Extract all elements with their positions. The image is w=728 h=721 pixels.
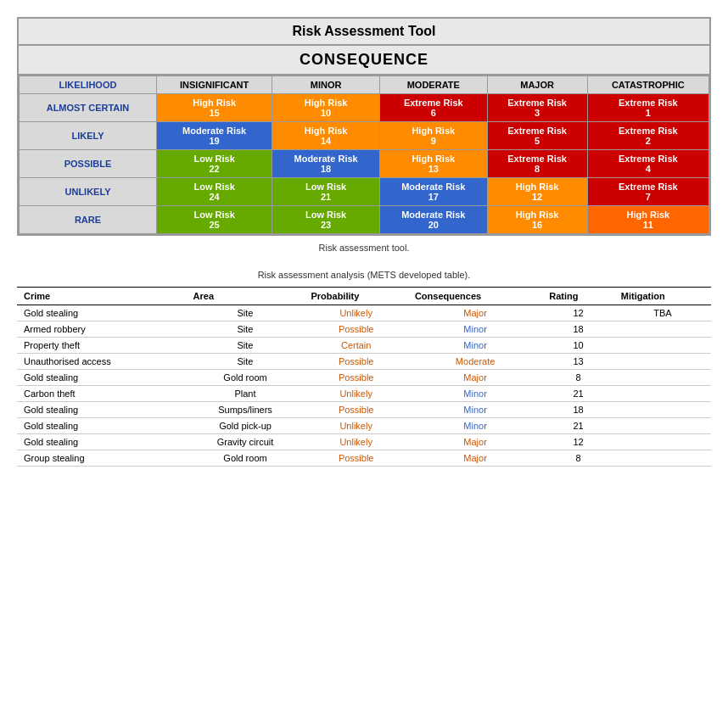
analysis-header: Rating (542, 288, 613, 305)
table-cell (614, 354, 711, 370)
risk-cell: Low Risk22 (157, 150, 272, 178)
table-cell: TBA (614, 305, 711, 321)
table-row: Armed robberySitePossibleMinor18 (17, 321, 711, 338)
table-cell (614, 450, 711, 467)
table-row: Gold stealingSumps/linersPossibleMinor18 (17, 402, 711, 418)
table-cell: Gold stealing (17, 434, 187, 450)
table-cell: Site (187, 338, 305, 354)
table-cell: Gold stealing (17, 305, 187, 321)
table-cell (614, 434, 711, 450)
table-row: Gold stealingSiteUnlikelyMajor12TBA (17, 305, 711, 321)
table-cell: Major (408, 305, 542, 321)
risk-cell: Extreme Risk6 (379, 94, 487, 122)
table-cell: Minor (408, 338, 542, 354)
rat-title: Risk Assessment Tool (19, 19, 709, 46)
risk-cell: High Risk16 (487, 206, 587, 234)
row-label: ALMOST CERTAIN (20, 94, 157, 122)
table-cell: Gold room (187, 450, 305, 467)
analysis-header: Area (187, 288, 305, 305)
risk-cell: High Risk9 (379, 122, 487, 150)
table-row: Carbon theftPlantUnlikelyMinor21 (17, 386, 711, 402)
table-cell: Sumps/liners (187, 402, 305, 418)
risk-cell: Extreme Risk4 (587, 150, 708, 178)
rat-consequence: CONSEQUENCE (19, 46, 709, 75)
row-label: POSSIBLE (20, 150, 157, 178)
table-row: Gold stealingGold pick-upUnlikelyMinor21 (17, 418, 711, 434)
col-major: MAJOR (487, 76, 587, 94)
row-label: RARE (20, 206, 157, 234)
risk-cell: High Risk10 (272, 94, 380, 122)
table-cell (614, 418, 711, 434)
table-cell: Gravity circuit (187, 434, 305, 450)
risk-cell: Low Risk23 (272, 206, 380, 234)
analysis-header: Mitigation (614, 288, 711, 305)
col-minor: MINOR (272, 76, 380, 94)
table-cell: Unlikely (304, 305, 407, 321)
table-row: Property theftSiteCertainMinor10 (17, 338, 711, 354)
table-cell: Gold stealing (17, 418, 187, 434)
table-cell: Minor (408, 402, 542, 418)
table-cell: Gold pick-up (187, 418, 305, 434)
table-row: Gold stealingGravity circuitUnlikelyMajo… (17, 434, 711, 450)
table-cell: Major (408, 434, 542, 450)
risk-cell: Extreme Risk2 (587, 122, 708, 150)
likelihood-header: LIKELIHOOD (20, 76, 157, 94)
table-cell: 18 (542, 402, 613, 418)
col-catastrophic: CATASTRO­PHIC (587, 76, 708, 94)
risk-cell: Moderate Risk18 (272, 150, 380, 178)
table-cell: 21 (542, 386, 613, 402)
risk-cell: Moderate Risk17 (379, 178, 487, 206)
table-cell: 18 (542, 321, 613, 338)
table-cell: Moderate (408, 354, 542, 370)
col-moderate: MODERATE (379, 76, 487, 94)
table-cell: Property theft (17, 338, 187, 354)
table-cell: Unlikely (304, 386, 407, 402)
analysis-caption: Risk assessment analysis (METS developed… (17, 270, 711, 280)
table-cell: Plant (187, 386, 305, 402)
table-cell (614, 370, 711, 386)
table-cell: Site (187, 321, 305, 338)
risk-cell: High Risk13 (379, 150, 487, 178)
table-cell: Certain (304, 338, 407, 354)
risk-cell: Low Risk24 (157, 178, 272, 206)
table-cell: Possible (304, 354, 407, 370)
table-cell: Gold stealing (17, 370, 187, 386)
table-row: Gold stealingGold roomPossibleMajor8 (17, 370, 711, 386)
analysis-table: CrimeAreaProbabilityConsequencesRatingMi… (17, 287, 711, 467)
table-cell: 13 (542, 354, 613, 370)
table-cell: Minor (408, 418, 542, 434)
risk-cell: Moderate Risk20 (379, 206, 487, 234)
table-cell: Major (408, 450, 542, 467)
table-cell: 21 (542, 418, 613, 434)
risk-cell: Moderate Risk19 (157, 122, 272, 150)
table-cell: Unlikely (304, 434, 407, 450)
analysis-header: Crime (17, 288, 187, 305)
table-cell: Gold room (187, 370, 305, 386)
table-cell: Possible (304, 321, 407, 338)
table-cell (614, 402, 711, 418)
table-cell: Possible (304, 450, 407, 467)
risk-cell: Extreme Risk3 (487, 94, 587, 122)
row-label: UNLIKELY (20, 178, 157, 206)
table-cell: 8 (542, 450, 613, 467)
risk-cell: High Risk11 (587, 206, 708, 234)
table-cell: Unauthorised access (17, 354, 187, 370)
risk-cell: Extreme Risk7 (587, 178, 708, 206)
risk-cell: Extreme Risk5 (487, 122, 587, 150)
table-cell (614, 386, 711, 402)
table-cell: Gold stealing (17, 402, 187, 418)
risk-cell: Low Risk25 (157, 206, 272, 234)
risk-cell: Extreme Risk8 (487, 150, 587, 178)
table-cell: 10 (542, 338, 613, 354)
table-cell: Minor (408, 386, 542, 402)
table-cell: Unlikely (304, 418, 407, 434)
table-cell: Site (187, 354, 305, 370)
table-cell (614, 338, 711, 354)
risk-cell: Low Risk21 (272, 178, 380, 206)
risk-cell: High Risk14 (272, 122, 380, 150)
table-cell (614, 321, 711, 338)
table-cell: 8 (542, 370, 613, 386)
table-cell: Group stealing (17, 450, 187, 467)
risk-cell: Extreme Risk1 (587, 94, 708, 122)
table-row: Unauthorised accessSitePossibleModerate1… (17, 354, 711, 370)
